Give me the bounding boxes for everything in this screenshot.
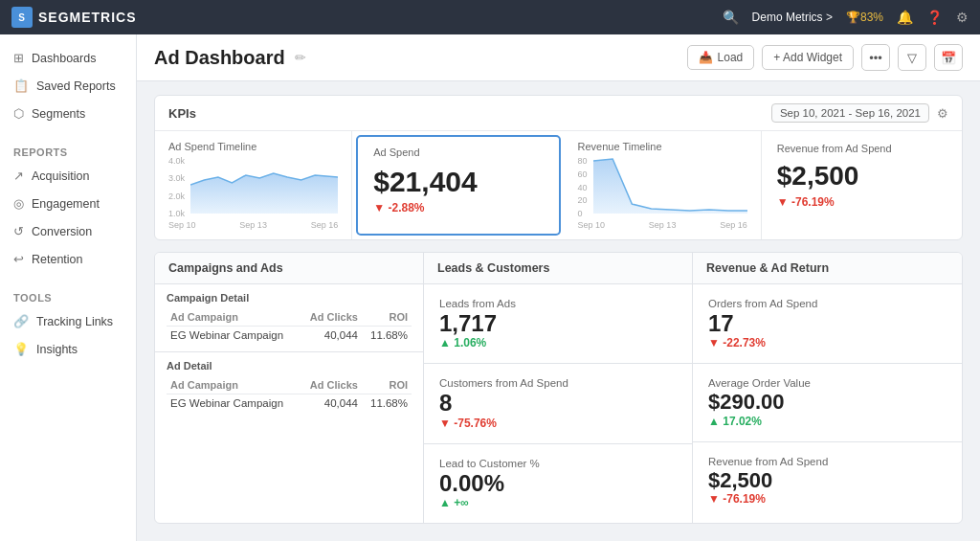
calendar-button[interactable]: 📅 [934,44,963,71]
campaign-detail-section: Campaign Detail Ad Campaign Ad Clicks RO… [155,284,423,352]
header-actions: 📥 Load + Add Widget ••• ▽ 📅 [687,44,963,71]
sidebar-item-conversion[interactable]: ↺ Conversion [0,217,136,245]
col-header-clicks: Ad Clicks [301,308,362,327]
col-header-campaign: Ad Campaign [167,376,301,394]
sidebar-item-label: Dashboards [32,52,96,65]
kpi-card-ad-spend-timeline: Ad Spend Timeline 4.0k3.0k2.0k1.0k [155,131,352,239]
ad-clicks: 40,044 [301,394,362,413]
filter-button[interactable]: ▽ [898,44,926,71]
edit-icon[interactable]: ✏ [295,50,306,65]
load-button[interactable]: 📥 Load [687,45,755,70]
ad-spend-timeline-chart [190,156,338,214]
roi: 11.68% [362,327,412,345]
sidebar-item-label: Saved Reports [36,79,116,93]
metric-value: $290.00 [708,391,947,414]
kpi-date-range[interactable]: Sep 10, 2021 - Sep 16, 2021 [771,103,929,123]
bottom-grid: Campaigns and Ads Leads & Customers Reve… [154,252,963,524]
kpi-card-label: Ad Spend [373,147,543,158]
trophy-badge: 🏆83% [846,11,883,24]
kpi-card-label: Ad Spend Timeline [168,141,338,152]
col-header-clicks: Ad Clicks [301,376,362,394]
reports-section-label: Reports [0,141,136,162]
tools-section-label: Tools [0,286,136,307]
load-icon: 📥 [699,51,713,64]
metric-change: ▼ -75.76% [439,417,677,430]
engagement-icon: ◎ [13,196,24,211]
sidebar-item-label: Acquisition [32,169,89,183]
metric-value: 0.00% [439,471,677,496]
sidebar-item-label: Engagement [32,197,100,211]
ad-detail-table: Ad Campaign Ad Clicks ROI EG Webinar Cam… [167,376,412,412]
main-layout: ⊞ Dashboards 📋 Saved Reports ⬡ Segments … [0,34,980,541]
demo-metrics-link[interactable]: Demo Metrics > [752,11,833,24]
sidebar-item-insights[interactable]: 💡 Insights [0,335,136,363]
kpi-card-value: $2,500 [777,162,947,192]
saved-reports-icon: 📋 [13,79,29,93]
more-options-button[interactable]: ••• [861,44,890,71]
dashboard-body: KPIs Sep 10, 2021 - Sep 16, 2021 ⚙ Ad Sp… [137,81,980,541]
content-area: Ad Dashboard ✏ 📥 Load + Add Widget ••• ▽… [137,34,980,541]
kpi-settings-icon[interactable]: ⚙ [937,106,948,121]
sidebar-item-segments[interactable]: ⬡ Segments [0,100,136,127]
page-title: Ad Dashboard [154,47,285,69]
logo-icon: S [11,7,33,28]
metric-label: Average Order Value [708,377,947,389]
metric-change: ▲ +∞ [439,496,677,509]
metric-change: ▼ -22.73% [708,336,947,349]
settings-icon[interactable]: ⚙ [956,10,969,25]
sidebar-item-label: Retention [32,253,83,266]
sidebar-reports-section: Reports ↗ Acquisition ◎ Engagement ↺ Con… [0,131,136,277]
metric-value: 17 [708,311,947,336]
sidebar-tools-section: Tools 🔗 Tracking Links 💡 Insights [0,277,136,367]
sidebar-item-tracking-links[interactable]: 🔗 Tracking Links [0,307,136,335]
revenue-header: Revenue & Ad Return [693,253,962,284]
sidebar: ⊞ Dashboards 📋 Saved Reports ⬡ Segments … [0,34,137,541]
kpi-card-value: $21,404 [373,166,543,197]
metric-label: Leads from Ads [439,298,677,309]
help-icon[interactable]: ❓ [926,10,943,25]
topnav-right: 🔍 Demo Metrics > 🏆83% 🔔 ❓ ⚙ [723,10,969,25]
campaign-detail-label: Campaign Detail [167,292,412,304]
sidebar-item-dashboards[interactable]: ⊞ Dashboards [0,44,136,72]
average-order-value-metric: Average Order Value $290.00 ▲ 17.02% [693,364,962,441]
kpi-section: KPIs Sep 10, 2021 - Sep 16, 2021 ⚙ Ad Sp… [154,95,963,240]
metric-label: Orders from Ad Spend [708,298,947,309]
logo: S SEGMETRICS [11,7,137,28]
top-navigation: S SEGMETRICS 🔍 Demo Metrics > 🏆83% 🔔 ❓ ⚙ [0,0,980,34]
kpi-card-label: Revenue from Ad Spend [777,143,947,154]
metric-change: ▼ -76.19% [708,492,947,506]
sidebar-item-label: Segments [32,107,85,121]
search-icon[interactable]: 🔍 [723,10,739,25]
table-row: EG Webinar Campaign 40,044 11.68% [167,394,412,413]
sidebar-item-saved-reports[interactable]: 📋 Saved Reports [0,72,136,100]
campaign-name: EG Webinar Campaign [167,394,301,413]
metric-value: 1,717 [439,311,677,336]
insights-icon: 💡 [13,342,29,356]
tracking-links-icon: 🔗 [13,314,29,328]
col-header-roi: ROI [362,308,412,327]
campaigns-column: Campaign Detail Ad Campaign Ad Clicks RO… [155,284,424,523]
leads-from-ads-metric: Leads from Ads 1,717 ▲ 1.06% [424,284,692,364]
kpi-card-ad-spend[interactable]: Ad Spend $21,404 ▼ -2.88% [356,135,560,236]
segments-icon: ⬡ [13,106,24,121]
metric-label: Revenue from Ad Spend [708,456,947,467]
metric-label: Customers from Ad Spend [439,377,677,389]
content-header: Ad Dashboard ✏ 📥 Load + Add Widget ••• ▽… [137,34,980,81]
kpi-card-label: Revenue Timeline [578,141,747,152]
add-widget-button[interactable]: + Add Widget [762,45,854,70]
revenue-column: Orders from Ad Spend 17 ▼ -22.73% Averag… [693,284,962,523]
customers-from-ad-spend-metric: Customers from Ad Spend 8 ▼ -75.76% [424,364,692,443]
dashboards-icon: ⊞ [13,51,24,65]
revenue-timeline-chart [593,156,747,214]
metric-value: $2,500 [708,469,947,492]
campaign-detail-table: Ad Campaign Ad Clicks ROI EG Webinar Cam… [167,308,412,344]
metric-value: 8 [439,391,677,416]
metric-label: Lead to Customer % [439,458,677,469]
sidebar-item-retention[interactable]: ↩ Retention [0,245,136,273]
kpi-card-revenue-ad-spend: Revenue from Ad Spend $2,500 ▼ -76.19% [762,131,962,239]
notifications-icon[interactable]: 🔔 [897,10,913,25]
kpi-cards: Ad Spend Timeline 4.0k3.0k2.0k1.0k [155,131,962,239]
sidebar-item-acquisition[interactable]: ↗ Acquisition [0,162,136,190]
sidebar-item-engagement[interactable]: ◎ Engagement [0,190,136,217]
campaign-name: EG Webinar Campaign [167,327,301,345]
